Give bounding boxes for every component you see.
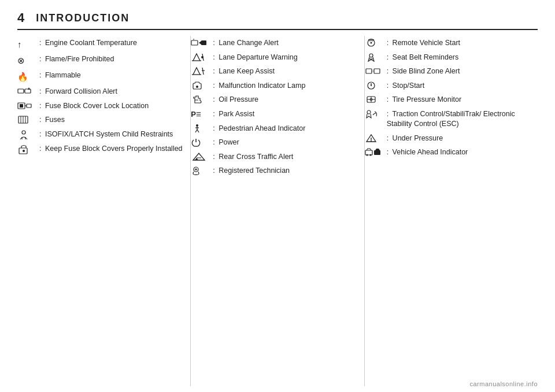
traction-control-icon: [365, 109, 386, 119]
flammable-icon: 🔥: [17, 71, 38, 83]
svg-point-56: [369, 154, 371, 156]
svg-rect-1: [25, 89, 31, 93]
list-item: : Traction Control/StabiliTrak/ Electron…: [365, 109, 532, 130]
list-item: P☰ : Park Assist: [191, 109, 358, 120]
svg-point-51: [367, 110, 371, 114]
list-item: : Malfunction Indicator Lamp: [191, 81, 358, 91]
rear-cross-traffic-icon: [191, 152, 212, 161]
list-item: : Power: [191, 138, 358, 148]
oil-pressure-icon: [191, 95, 212, 104]
svg-marker-33: [195, 158, 198, 160]
list-item: : Lane Departure Warning: [191, 53, 358, 63]
pedestrian-svg: [191, 124, 204, 133]
page: 4 INTRODUCTION ↑ : Engine Coolant Temper…: [0, 0, 555, 392]
tire-svg: [365, 95, 378, 104]
keep-fuse-svg: [17, 144, 30, 154]
page-number: 4: [17, 10, 24, 25]
forward-collision-icon: [17, 87, 38, 96]
list-item: : Fuse Block Cover Lock Location: [17, 101, 184, 112]
list-item: : Under Pressure: [365, 134, 532, 144]
list-item: 🔥 : Flammable: [17, 71, 184, 83]
list-item: : Lane Keep Assist: [191, 66, 358, 77]
svg-line-30: [195, 130, 197, 132]
svg-point-12: [22, 131, 25, 134]
content-area: ↑ : Engine Coolant Temperature ⊗ : Flame…: [17, 36, 538, 386]
watermark: carmanualsonline.info: [469, 380, 538, 387]
svg-line-31: [197, 130, 199, 132]
stop-start-svg: [365, 81, 378, 90]
engine-coolant-icon: ↑: [17, 38, 38, 50]
fuses-icon: [17, 115, 38, 124]
vehicle-ahead-icon: [365, 147, 386, 157]
column-3: : Remote Vehicle Start : Seat Belt Remin…: [365, 36, 538, 386]
list-item: : Keep Fuse Block Covers Properly Instal…: [17, 144, 184, 154]
remote-start-svg: [365, 38, 378, 47]
svg-point-27: [196, 124, 198, 127]
stop-start-icon: [365, 81, 386, 90]
list-item: : Rear Cross Traffic Alert: [191, 152, 358, 162]
svg-rect-6: [27, 104, 31, 108]
malfunction-icon: [191, 81, 212, 90]
side-blind-svg: [365, 66, 381, 76]
list-item: : Side Blind Zone Alert: [365, 66, 532, 77]
list-item: : Vehicle Ahead Indicator: [365, 147, 532, 158]
svg-point-53: [371, 140, 372, 141]
flame-prohibited-icon: ⊗: [17, 54, 38, 66]
svg-point-46: [371, 85, 372, 86]
svg-point-39: [369, 54, 373, 57]
oil-svg: [191, 95, 204, 104]
under-pressure-icon: [365, 134, 386, 143]
list-item: : Pedestrian Ahead Indicator: [191, 124, 358, 134]
rear-cross-svg: [191, 152, 207, 161]
list-item: ↑ : Engine Coolant Temperature: [17, 38, 184, 50]
lane-departure-svg: [191, 53, 207, 62]
fuse-block-cover-icon: [17, 101, 38, 110]
seat-belt-svg: [365, 53, 378, 62]
list-item: : Fuses: [17, 115, 184, 125]
fuse-block-svg: [17, 101, 35, 110]
keep-fuse-cover-icon: [17, 144, 38, 154]
registered-tech-icon: [191, 166, 212, 175]
page-title: INTRODUCTION: [36, 12, 130, 24]
lane-keep-icon: [191, 66, 212, 76]
svg-point-16: [23, 150, 25, 152]
svg-rect-57: [374, 150, 380, 155]
lane-departure-icon: [191, 53, 212, 62]
pedestrian-icon: [191, 124, 212, 133]
fuses-svg: [17, 115, 29, 124]
list-item: : Tire Pressure Monitor: [365, 95, 532, 105]
svg-point-25: [196, 86, 198, 88]
remote-start-icon: [365, 38, 386, 47]
svg-rect-41: [366, 69, 372, 73]
svg-rect-42: [374, 69, 380, 73]
svg-marker-3: [28, 87, 30, 90]
traction-svg: [365, 109, 379, 119]
vehicle-ahead-svg: [365, 147, 381, 157]
list-item: : Seat Belt Reminders: [365, 53, 532, 63]
svg-rect-20: [201, 40, 206, 45]
under-pressure-svg: [365, 134, 378, 143]
list-item: : Lane Change Alert: [191, 38, 358, 49]
svg-rect-17: [191, 40, 198, 45]
power-svg: [191, 138, 201, 147]
list-item: : Forward Collision Alert: [17, 87, 184, 97]
list-item: : Oil Pressure: [191, 95, 358, 105]
isofix-svg: [17, 130, 30, 140]
side-blind-icon: [365, 66, 386, 76]
svg-point-55: [366, 154, 368, 156]
lane-change-icon: [191, 38, 212, 47]
lane-keep-svg: [191, 66, 207, 76]
power-icon: [191, 138, 212, 147]
seat-belt-icon: [365, 53, 386, 62]
forward-collision-svg: [17, 87, 34, 96]
tire-pressure-icon: [365, 95, 386, 104]
malfunction-svg: [191, 81, 204, 90]
svg-point-38: [370, 42, 372, 44]
svg-rect-54: [365, 150, 372, 155]
park-assist-icon: P☰: [191, 109, 212, 120]
column-2: : Lane Change Alert : Lane Departure War…: [191, 36, 364, 386]
column-1: ↑ : Engine Coolant Temperature ⊗ : Flame…: [17, 36, 191, 386]
isofix-icon: [17, 130, 38, 140]
list-item: : ISOFIX/LATCH System Child Restraints: [17, 130, 184, 140]
svg-marker-19: [199, 41, 201, 45]
